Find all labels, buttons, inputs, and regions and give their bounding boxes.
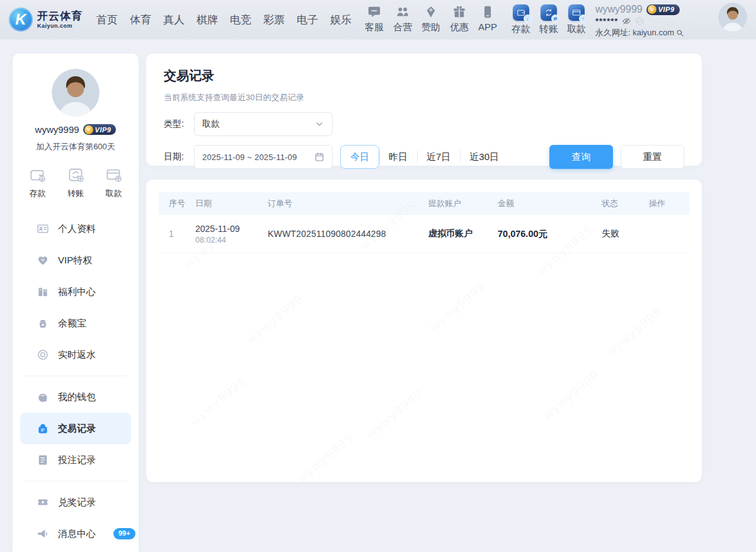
watermark: wywy9999 bbox=[364, 386, 426, 442]
date-label: 日期: bbox=[164, 151, 194, 163]
quick-deposit-button[interactable]: 存款 bbox=[29, 166, 46, 199]
nav-item-chess[interactable]: 棋牌 bbox=[197, 13, 218, 27]
user-info-panel: wywy9999 V VIP9 ****** 永久网址: kaiyun.com bbox=[595, 1, 709, 38]
cell-amount: 70,076.00元 bbox=[498, 228, 602, 240]
watermark: wywy9999 bbox=[187, 374, 249, 429]
quick-action-label: 存款 bbox=[30, 188, 46, 199]
nav-item-home[interactable]: 首页 bbox=[96, 13, 118, 27]
nav-item-entertainment[interactable]: 娱乐 bbox=[330, 13, 352, 27]
cell-date: 2025-11-09 bbox=[195, 224, 268, 234]
date-range-input[interactable]: 2025-11-09 ~ 2025-11-09 bbox=[194, 145, 333, 169]
type-label: 类型: bbox=[164, 118, 194, 130]
service-label: 赞助 bbox=[421, 21, 440, 33]
rebate-target-icon bbox=[37, 348, 49, 361]
gift-icon bbox=[452, 5, 466, 19]
vip-gem-icon: V bbox=[648, 5, 656, 14]
table-header-action: 操作 bbox=[649, 198, 689, 209]
type-filter-row: 类型: 取款 bbox=[164, 112, 684, 136]
service-app-download[interactable]: APP bbox=[478, 1, 497, 32]
nav-item-slots[interactable]: 电子 bbox=[297, 13, 318, 27]
table-row: 1 2025-11-09 08:02:44 KWWT20251109080244… bbox=[159, 215, 689, 253]
menu-label: 消息中心 bbox=[58, 528, 96, 540]
topbar-withdraw-button[interactable]: ↑ 取款 bbox=[567, 1, 586, 35]
sidebar-item-realtime-rebate[interactable]: 实时返水 bbox=[13, 339, 139, 371]
sidebar-item-my-wallet[interactable]: 我的钱包 bbox=[13, 381, 139, 413]
filter-buttons: 查询 重置 bbox=[549, 145, 684, 169]
topbar-deposit-button[interactable]: ↓ 存款 bbox=[512, 1, 530, 35]
eye-off-icon[interactable] bbox=[622, 16, 631, 26]
sidebar-quick-actions: 存款 转账 取款 bbox=[13, 166, 139, 199]
range-last-30-days-button[interactable]: 近30日 bbox=[460, 145, 508, 169]
service-customer-support[interactable]: 客服 bbox=[365, 1, 384, 33]
logo-domain: Kaiyun.com bbox=[37, 23, 83, 29]
type-select[interactable]: 取款 bbox=[194, 112, 333, 136]
service-label: 合营 bbox=[393, 21, 412, 33]
reset-button[interactable]: 重置 bbox=[621, 145, 684, 169]
sidebar-item-welfare-center[interactable]: 福利中心 bbox=[13, 276, 139, 308]
page-title: 交易记录 bbox=[164, 67, 684, 84]
watermark: wywy9999 bbox=[540, 367, 602, 423]
watermark: wywy9999 bbox=[294, 430, 357, 482]
search-button[interactable]: 查询 bbox=[549, 145, 613, 169]
partners-icon bbox=[396, 5, 410, 19]
site-logo[interactable]: K 开云体育 Kaiyun.com bbox=[9, 8, 83, 32]
quick-action-label: 转账 bbox=[67, 188, 84, 199]
service-label: 优惠 bbox=[450, 21, 469, 33]
wallet-label: 转账 bbox=[539, 23, 558, 35]
logo-k-icon: K bbox=[9, 8, 33, 32]
topbar-transfer-button[interactable]: ⇄ 转账 bbox=[539, 1, 558, 35]
profile-vip-badge: V VIP9 bbox=[83, 124, 117, 135]
range-yesterday-button[interactable]: 昨日 bbox=[379, 145, 417, 169]
menu-label: 余额宝 bbox=[58, 318, 86, 330]
menu-label: 福利中心 bbox=[58, 286, 96, 298]
service-promotions[interactable]: 优惠 bbox=[450, 1, 469, 33]
menu-label: 实时返水 bbox=[58, 349, 96, 361]
range-last-7-days-button[interactable]: 近7日 bbox=[417, 145, 460, 169]
withdraw-icon bbox=[105, 166, 122, 183]
welfare-gift-icon bbox=[37, 285, 49, 298]
nav-item-sports[interactable]: 体育 bbox=[130, 13, 151, 27]
vip-gem-icon: V bbox=[84, 125, 93, 134]
table-header-order-no: 订单号 bbox=[268, 198, 428, 209]
table-header-status: 状态 bbox=[602, 198, 649, 209]
range-today-button[interactable]: 今日 bbox=[340, 145, 379, 169]
quick-transfer-button[interactable]: 转账 bbox=[67, 166, 84, 199]
username: wywy9999 bbox=[595, 4, 643, 15]
sidebar-item-profile[interactable]: 个人资料 bbox=[13, 213, 139, 244]
main-nav: 首页 体育 真人 棋牌 电竞 彩票 电子 娱乐 bbox=[96, 13, 352, 27]
transfer-badge-icon: ⇄ bbox=[551, 14, 559, 23]
sidebar-item-message-center[interactable]: 消息中心 99+ bbox=[13, 518, 139, 549]
user-avatar[interactable] bbox=[718, 3, 747, 32]
service-sponsor[interactable]: 赞助 bbox=[421, 1, 440, 33]
top-bar: K 开云体育 Kaiyun.com 首页 体育 真人 棋牌 电竞 彩票 电子 娱… bbox=[0, 0, 756, 39]
chevron-down-icon bbox=[314, 119, 324, 129]
masked-balance: ****** bbox=[595, 16, 618, 26]
refresh-balance-icon[interactable] bbox=[635, 16, 644, 26]
wallet-label: 存款 bbox=[512, 23, 530, 35]
profile-avatar[interactable] bbox=[52, 69, 100, 117]
watermark: wywy9999 bbox=[427, 279, 489, 335]
cell-index: 1 bbox=[159, 229, 195, 239]
transfer-card-icon: ⇄ bbox=[541, 4, 557, 21]
sidebar-item-vip-privileges[interactable]: VIP特权 bbox=[13, 244, 139, 276]
withdraw-badge-icon: ↑ bbox=[579, 14, 587, 23]
vip-heart-icon bbox=[37, 254, 49, 267]
search-icon[interactable] bbox=[676, 29, 684, 37]
nav-item-live-casino[interactable]: 真人 bbox=[163, 13, 185, 27]
sidebar-item-yuebao[interactable]: 余额宝 bbox=[13, 308, 139, 339]
date-range-value: 2025-11-09 ~ 2025-11-09 bbox=[202, 152, 314, 162]
sidebar-item-bet-records[interactable]: 投注记录 bbox=[13, 444, 139, 476]
transaction-filter-card: 交易记录 当前系统支持查询最近30日的交易记录 类型: 取款 日期: 2025-… bbox=[146, 54, 702, 166]
sidebar-item-reward-records[interactable]: 兑奖记录 bbox=[13, 486, 139, 518]
table-header-amount: 金额 bbox=[498, 198, 602, 209]
quick-withdraw-button[interactable]: 取款 bbox=[105, 166, 122, 199]
sidebar-item-transaction-records[interactable]: 交易记录 bbox=[20, 413, 131, 444]
service-partnership[interactable]: 合营 bbox=[393, 1, 412, 33]
calendar-icon bbox=[314, 152, 324, 162]
sidebar: wywy9999 V VIP9 加入开云体育第600天 存款 转账 取款 个人资… bbox=[13, 54, 139, 552]
deposit-icon bbox=[29, 166, 46, 183]
nav-item-esports[interactable]: 电竞 bbox=[230, 13, 251, 27]
logo-title: 开云体育 bbox=[37, 11, 83, 21]
nav-item-lottery[interactable]: 彩票 bbox=[263, 13, 285, 27]
quick-range-group: 今日 昨日 近7日 近30日 bbox=[340, 145, 508, 169]
